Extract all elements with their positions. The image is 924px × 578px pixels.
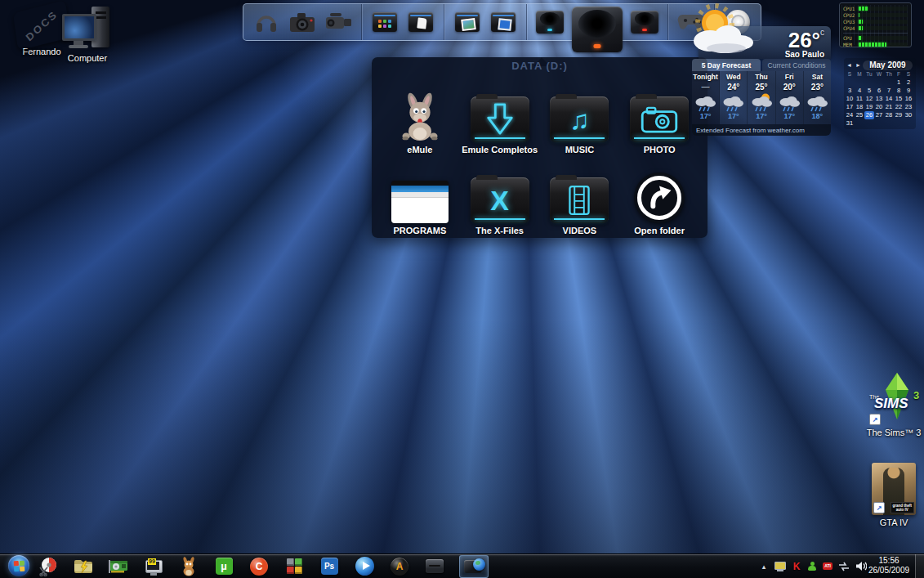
camera-icon[interactable]: [288, 6, 316, 38]
drawer-icon[interactable]: [424, 556, 445, 577]
calendar-date-7[interactable]: 7: [884, 87, 894, 95]
drive-red-icon[interactable]: [631, 6, 658, 38]
desktop-icon-sims3[interactable]: The SIMS 3 ↗ The Sims™ 3: [863, 373, 924, 437]
calendar-date-28[interactable]: 28: [884, 111, 894, 119]
calendar-date-31[interactable]: 31: [845, 119, 855, 128]
show-desktop-button[interactable]: [915, 554, 924, 578]
applications-folder-icon[interactable]: [371, 6, 399, 38]
hidden-icons-chevron[interactable]: ▴: [759, 560, 769, 573]
calendar-next-button[interactable]: ►: [854, 62, 863, 68]
calendar-date-1[interactable]: 1: [894, 78, 904, 87]
calendar-date-13[interactable]: 13: [874, 95, 884, 103]
folder-lightning-icon[interactable]: [73, 556, 94, 577]
aimp-icon[interactable]: A: [389, 556, 410, 577]
ccleaner-icon[interactable]: C: [248, 556, 270, 577]
desktop-icon-label: GTA IV: [880, 518, 908, 527]
stack-item-the-x-files[interactable]: XThe X-Files: [460, 155, 540, 235]
stack-item-emule[interactable]: eMule: [380, 74, 460, 155]
data-drive-stack-panel: DATA (D:) eMuleEmule Completos♫MUSICPHOT…: [372, 57, 708, 238]
calendar-empty-cell: [864, 119, 874, 128]
stack-item-videos[interactable]: VIDEOS: [540, 155, 620, 235]
calendar-date-17[interactable]: 17: [845, 103, 855, 111]
calendar-empty-cell: [864, 78, 874, 87]
calendar-date-9[interactable]: 9: [904, 87, 913, 95]
calendar-empty-cell: [884, 119, 894, 128]
utorrent-icon[interactable]: µ: [213, 556, 234, 577]
calendar-date-16[interactable]: 16: [904, 95, 913, 103]
tray-monitor-icon[interactable]: [774, 560, 786, 573]
calendar-week-row: 12: [845, 78, 915, 87]
camcorder-icon[interactable]: [324, 6, 352, 38]
calendar-date-18[interactable]: 18: [855, 103, 864, 111]
calendar-date-20[interactable]: 20: [874, 103, 884, 111]
headphones-icon[interactable]: [252, 6, 280, 38]
calendar-date-26[interactable]: 26: [864, 111, 874, 119]
calendar-date-10[interactable]: 10: [845, 95, 855, 103]
tab-5-day-forecast[interactable]: 5 Day Forecast: [692, 59, 761, 71]
cpu-row-cpu2: CPU2: [843, 12, 908, 18]
emule-icon[interactable]: [178, 556, 199, 577]
drive-blue-icon[interactable]: [536, 6, 564, 38]
pictures-folder-icon[interactable]: [453, 6, 481, 38]
calendar-date-11[interactable]: 11: [855, 95, 864, 103]
calendar-date-12[interactable]: 12: [864, 95, 874, 103]
stack-item-label: Open folder: [634, 226, 685, 235]
calendar-week-row: 24252627282930: [845, 111, 915, 119]
calendar-date-15[interactable]: 15: [894, 95, 904, 103]
stack-title: DATA (D:): [372, 57, 708, 72]
drive-globe-icon[interactable]: [459, 555, 489, 578]
desktop-icon-gtaiv[interactable]: grand theft auto IV ↗ GTA IV: [869, 463, 918, 527]
messenger-icon[interactable]: [807, 560, 817, 573]
calendar-date-4[interactable]: 4: [855, 87, 864, 95]
emule-icon: [397, 83, 443, 144]
calendar-day-header: F: [894, 70, 904, 78]
calendar-date-30[interactable]: 30: [904, 111, 913, 119]
calendar-empty-cell: [904, 119, 913, 128]
sims3-logo-number: 3: [913, 389, 919, 401]
disc-scissors-icon[interactable]: [38, 556, 59, 577]
calendar-day-header: M: [855, 70, 864, 78]
calendar-date-2[interactable]: 2: [904, 78, 913, 87]
media-player-icon[interactable]: [354, 556, 375, 577]
stack-item-music[interactable]: ♫MUSIC: [540, 74, 620, 155]
calendar-prev-button[interactable]: ◄: [845, 62, 854, 68]
calendar-day-header: Th: [884, 70, 894, 78]
video-card-icon[interactable]: [108, 556, 129, 577]
sims3-icon: The SIMS 3 ↗: [864, 373, 923, 425]
calendar-date-5[interactable]: 5: [864, 87, 874, 95]
calendar-date-14[interactable]: 14: [884, 95, 894, 103]
photoshop-icon[interactable]: Ps: [319, 556, 340, 577]
calendar-date-22[interactable]: 22: [894, 103, 904, 111]
stack-item-emule-completos[interactable]: Emule Completos: [460, 74, 540, 155]
colored-cubes-icon[interactable]: [283, 556, 305, 577]
calendar-date-3[interactable]: 3: [845, 87, 855, 95]
tab-current-conditions[interactable]: Current Conditions: [762, 59, 831, 71]
weather-city: Sao Paulo: [785, 50, 824, 59]
stack-item-programs[interactable]: PROGRAMS: [380, 155, 460, 235]
documents-folder-icon[interactable]: [407, 6, 435, 38]
kaspersky-icon[interactable]: K: [792, 560, 801, 573]
stack-item-photo[interactable]: PHOTO: [619, 74, 699, 155]
calendar-date-25[interactable]: 25: [855, 111, 864, 119]
monitor-counter-icon[interactable]: 99: [143, 556, 164, 577]
calendar-date-8[interactable]: 8: [894, 87, 904, 95]
calendar-date-21[interactable]: 21: [884, 103, 894, 111]
start-button[interactable]: [8, 555, 29, 576]
desktop-icon-computer[interactable]: Computer: [59, 7, 116, 63]
calendar-date-24[interactable]: 24: [845, 111, 855, 119]
videos-folder-icon[interactable]: [489, 6, 517, 38]
calendar-date-27[interactable]: 27: [874, 111, 884, 119]
drive-data-icon[interactable]: [572, 6, 623, 38]
stack-item-open-folder[interactable]: Open folder: [619, 155, 699, 235]
calendar-date-29[interactable]: 29: [894, 111, 904, 119]
forecast-low-temp: 17°: [728, 112, 739, 120]
network-icon[interactable]: [838, 560, 850, 573]
calendar-date-23[interactable]: 23: [904, 103, 913, 111]
calendar-date-19[interactable]: 19: [864, 103, 874, 111]
folder-camera-icon: [630, 83, 689, 144]
calendar-day-header: S: [904, 70, 913, 78]
calendar-empty-cell: [874, 119, 884, 128]
ati-icon[interactable]: ATI: [823, 560, 832, 573]
calendar-date-6[interactable]: 6: [874, 87, 884, 95]
taskbar-clock[interactable]: 15:56 26/05/2009: [865, 556, 913, 576]
